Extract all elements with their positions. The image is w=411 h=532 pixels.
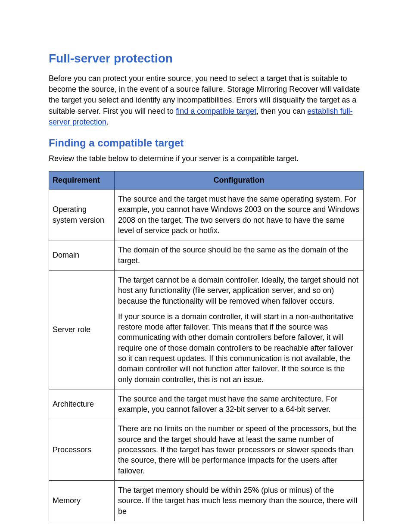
- section-intro: Review the table below to determine if y…: [49, 153, 364, 164]
- cell-configuration: The source and the target must have the …: [115, 190, 364, 240]
- cell-requirement: Memory: [49, 480, 115, 521]
- page-title: Full-server protection: [49, 52, 364, 65]
- section-heading-finding-target: Finding a compatible target: [49, 137, 364, 149]
- table-row: Operating system version The source and …: [49, 190, 364, 240]
- table-row: Architecture The source and the target m…: [49, 389, 364, 419]
- table-row: Memory The target memory should be withi…: [49, 480, 364, 521]
- cell-configuration: There are no limits on the number or spe…: [115, 419, 364, 480]
- cell-requirement: Processors: [49, 419, 115, 480]
- table-row: Server role The target cannot be a domai…: [49, 270, 364, 389]
- table-row: Processors There are no limits on the nu…: [49, 419, 364, 480]
- cell-requirement: Domain: [49, 240, 115, 271]
- col-header-requirement: Requirement: [49, 171, 115, 190]
- cell-configuration: The source and the target must have the …: [115, 389, 364, 419]
- cell-requirement: Server role: [49, 270, 115, 389]
- cell-requirement: Operating system version: [49, 190, 115, 240]
- cell-configuration: The target cannot be a domain controller…: [115, 270, 364, 389]
- intro-paragraph: Before you can protect your entire sourc…: [49, 73, 364, 128]
- table-row: Domain The domain of the source should b…: [49, 240, 364, 271]
- cell-requirement: Architecture: [49, 389, 115, 419]
- intro-text-post: .: [106, 118, 109, 126]
- cell-configuration: The target memory should be within 25% (…: [115, 480, 364, 521]
- intro-text-mid: , then you can: [256, 107, 307, 115]
- compatibility-table: Requirement Configuration Operating syst…: [49, 171, 364, 521]
- link-find-compatible-target[interactable]: find a compatible target: [176, 107, 256, 115]
- document-page: Full-server protection Before you can pr…: [0, 0, 411, 532]
- cell-configuration: The domain of the source should be the s…: [115, 240, 364, 271]
- table-header-row: Requirement Configuration: [49, 171, 364, 190]
- col-header-configuration: Configuration: [115, 171, 364, 190]
